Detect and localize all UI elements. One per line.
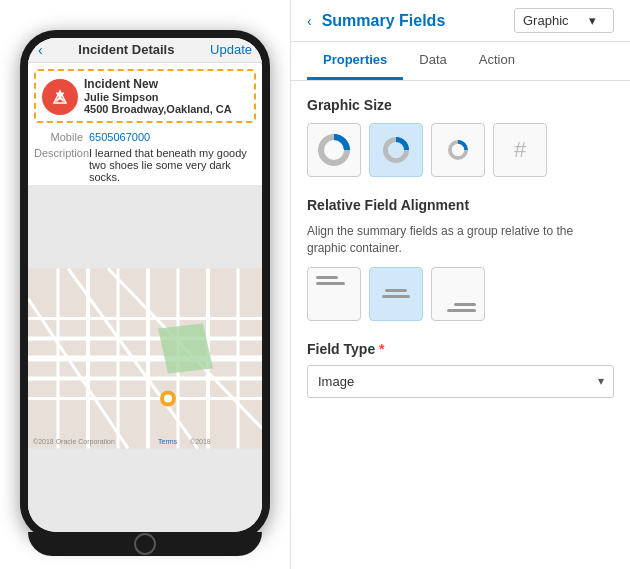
size-option-hash[interactable]: #	[493, 123, 547, 177]
field-type-section: Field Type * Image Text Number Date ▾	[307, 341, 614, 398]
graphic-size-title: Graphic Size	[307, 97, 614, 113]
incident-card: Incident New Julie Simpson 4500 Broadway…	[34, 69, 256, 123]
svg-text:©2018: ©2018	[190, 437, 211, 444]
dropdown-arrow-icon: ▾	[589, 13, 596, 28]
alignment-options	[307, 267, 614, 321]
size-option-small[interactable]	[431, 123, 485, 177]
graphic-dropdown-label: Graphic	[523, 13, 569, 28]
home-button[interactable]	[134, 533, 156, 555]
size-option-medium[interactable]	[369, 123, 423, 177]
svg-point-20	[164, 394, 172, 402]
tab-data[interactable]: Data	[403, 42, 462, 80]
phone-update-button[interactable]: Update	[210, 42, 252, 57]
mobile-label: Mobile	[34, 131, 89, 143]
tabs-bar: Properties Data Action	[291, 42, 630, 81]
incident-title: Incident New	[84, 77, 248, 91]
incident-address: 4500 Broadway,Oakland, CA	[84, 103, 248, 115]
alignment-title: Relative Field Alignment	[307, 197, 614, 213]
phone-panel: ‹ Incident Details Update Incident New	[0, 0, 290, 569]
incident-icon	[42, 79, 78, 115]
map-area: ©2018 Oracle Corporation Terms ©2018	[28, 185, 262, 532]
panel-header: ‹ Summary Fields Graphic ▾	[291, 0, 630, 42]
back-chevron-icon: ‹	[307, 13, 312, 29]
back-link[interactable]: ‹	[307, 13, 312, 29]
field-type-select-wrapper: Image Text Number Date ▾	[307, 365, 614, 398]
graphic-size-options: #	[307, 123, 614, 177]
svg-point-0	[59, 92, 61, 94]
phone-screen: ‹ Incident Details Update Incident New	[28, 38, 262, 532]
description-label: Description	[34, 147, 89, 183]
field-type-select[interactable]: Image Text Number Date	[307, 365, 614, 398]
svg-rect-1	[59, 96, 61, 100]
svg-text:Terms: Terms	[158, 437, 178, 444]
svg-text:©2018 Oracle Corporation: ©2018 Oracle Corporation	[33, 437, 115, 445]
alignment-section: Relative Field Alignment Align the summa…	[307, 197, 614, 321]
tab-action[interactable]: Action	[463, 42, 531, 80]
field-type-label: Field Type *	[307, 341, 614, 357]
description-field-row: Description I learned that beneath my go…	[28, 145, 262, 185]
phone-home-bar	[28, 532, 262, 556]
phone-back-icon: ‹	[38, 42, 43, 58]
mobile-value[interactable]: 6505067000	[89, 131, 150, 143]
tab-properties[interactable]: Properties	[307, 42, 403, 80]
graphic-dropdown[interactable]: Graphic ▾	[514, 8, 614, 33]
size-option-large[interactable]	[307, 123, 361, 177]
right-panel: ‹ Summary Fields Graphic ▾ Properties Da…	[290, 0, 630, 569]
description-value: I learned that beneath my goody two shoe…	[89, 147, 256, 183]
hash-icon: #	[514, 137, 526, 163]
phone-screen-title: Incident Details	[78, 42, 174, 57]
incident-subtitle: Julie Simpson	[84, 91, 248, 103]
incident-info: Incident New Julie Simpson 4500 Broadway…	[84, 77, 248, 115]
align-option-bottom[interactable]	[431, 267, 485, 321]
mobile-field-row: Mobile 6505067000	[28, 129, 262, 145]
required-star: *	[379, 341, 384, 357]
panel-body: Graphic Size	[291, 81, 630, 569]
phone-top-bar: ‹ Incident Details Update	[28, 38, 262, 63]
phone-back-button[interactable]: ‹	[38, 42, 43, 58]
align-option-middle[interactable]	[369, 267, 423, 321]
alignment-description: Align the summary fields as a group rela…	[307, 223, 614, 257]
panel-title: Summary Fields	[322, 12, 446, 30]
align-option-top[interactable]	[307, 267, 361, 321]
phone-device: ‹ Incident Details Update Incident New	[20, 30, 270, 540]
